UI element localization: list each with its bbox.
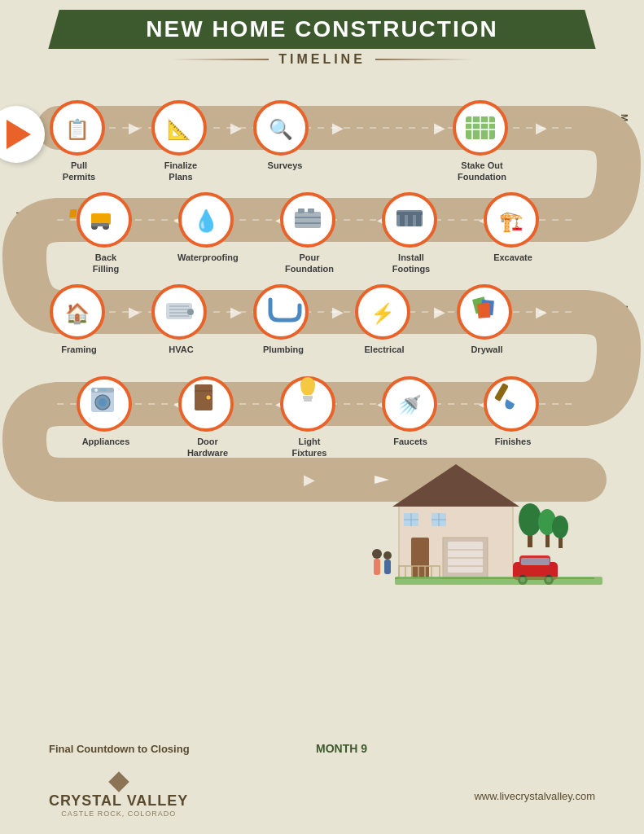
svg-rect-49 [408,215,413,226]
svg-text:▶: ▶ [332,120,344,136]
svg-text:🏠: 🏠 [65,301,90,325]
left-line [171,59,269,60]
svg-rect-56 [308,208,314,213]
main-title: NEW HOME CONSTRUCTION [64,16,579,42]
label-install-footings: InstallFootings [386,252,436,275]
svg-rect-105 [448,542,483,573]
svg-rect-87 [304,399,312,402]
svg-text:💧: 💧 [193,208,220,234]
month9-label: MONTH 9 [316,742,367,755]
timeline-svg: ▶ ▶ ▶ ▶ ▶ ◀ ◀ ◀ ◀ ◀ ▶ ▶ ▶ ▶ ▶ ◀ ◀ ◀ ◀ ◀ … [0,0,644,774]
svg-rect-63 [91,223,109,226]
title-banner: NEW HOME CONSTRUCTION [48,10,595,49]
svg-text:▶: ▶ [230,304,242,320]
svg-rect-47 [396,212,423,215]
brand-location: CASTLE ROCK, COLORADO [49,810,188,818]
svg-rect-4 [37,458,607,502]
svg-point-121 [552,516,568,538]
svg-point-138 [383,551,392,560]
svg-rect-139 [384,560,391,574]
svg-rect-109 [411,538,429,578]
footer: CRYSTAL VALLEY CASTLE ROCK, COLORADO www… [0,775,644,818]
svg-rect-80 [477,303,491,318]
svg-text:▶: ▶ [129,304,140,320]
label-plumbing: Plumbing [259,344,308,355]
page: NEW HOME CONSTRUCTION TIMELINE MONTH 1 M… [0,0,644,834]
svg-rect-55 [298,208,304,213]
svg-point-97 [94,388,98,392]
label-hvac: HVAC [159,344,204,355]
header: NEW HOME CONSTRUCTION TIMELINE [0,0,644,67]
subtitle-row: TIMELINE [0,52,644,67]
svg-point-136 [372,549,382,559]
label-stake-out: Stake OutFoundation [454,160,510,183]
svg-rect-48 [400,215,405,226]
svg-text:▶: ▶ [536,120,547,136]
website-url: www.livecrystalvalley.com [474,790,595,802]
label-door-hardware: DoorHardware [182,436,233,459]
svg-text:▶: ▶ [304,472,315,488]
svg-point-117 [519,503,541,536]
svg-rect-86 [303,396,313,399]
svg-text:▶: ▶ [332,304,344,320]
svg-rect-135 [521,558,550,565]
label-finishes: Finishes [488,436,537,447]
subtitle: TIMELINE [278,52,366,67]
svg-point-73 [187,309,194,315]
label-pour-foundation: PourFoundation [285,252,334,275]
svg-rect-140 [395,577,602,585]
svg-text:⚡: ⚡ [370,301,395,325]
brand-diamond-icon [108,771,129,792]
svg-rect-50 [416,215,421,226]
label-finalize-plans: FinalizePlans [156,160,205,183]
svg-text:📐: 📐 [167,117,191,141]
svg-text:🚿: 🚿 [397,393,422,417]
label-excavate: Excavate [488,252,537,263]
svg-text:▶: ▶ [434,120,445,136]
svg-text:▶: ▶ [434,304,445,320]
label-light-fixtures: LightFixtures [285,436,334,459]
brand-name: CRYSTAL VALLEY [49,792,188,810]
label-framing: Framing [55,344,103,355]
final-countdown-label: Final Countdown to Closing [49,743,190,755]
label-appliances: Appliances [81,436,130,447]
label-surveys: Surveys [261,160,309,171]
svg-text:📋: 📋 [65,117,90,141]
svg-point-90 [207,396,211,400]
svg-rect-52 [295,212,321,228]
svg-rect-60 [91,213,111,225]
svg-rect-98 [100,388,107,391]
label-pull-permits: PullPermits [55,160,103,183]
brand: CRYSTAL VALLEY CASTLE ROCK, COLORADO [49,775,188,818]
svg-text:🏗️: 🏗️ [499,209,524,233]
svg-text:▶: ▶ [536,304,547,320]
svg-text:▶: ▶ [129,120,140,136]
label-back-filling: BackFilling [81,252,130,275]
svg-text:🔍: 🔍 [269,117,293,141]
svg-text:▶: ▶ [230,120,242,136]
label-drywall: Drywall [462,344,511,355]
right-line [375,59,473,60]
svg-point-95 [99,398,107,406]
label-electrical: Electrical [360,344,409,355]
svg-rect-137 [374,559,380,575]
label-waterproofing: Waterproofing [177,252,234,263]
play-icon [7,120,31,149]
label-faucets: Faucets [388,436,433,447]
